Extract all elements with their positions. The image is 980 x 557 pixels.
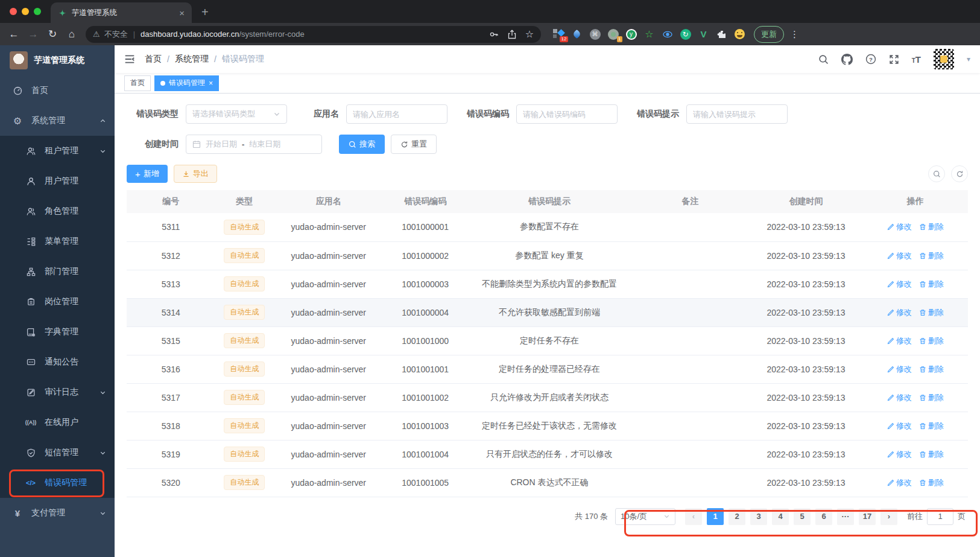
delete-link[interactable]: 删除 xyxy=(919,250,944,261)
export-button[interactable]: 导出 xyxy=(174,165,217,183)
add-button[interactable]: + 新增 xyxy=(127,165,168,183)
delete-link[interactable]: 删除 xyxy=(919,449,944,460)
fullscreen-icon[interactable] xyxy=(889,54,899,65)
next-page-button[interactable]: › xyxy=(880,508,897,525)
vue-devtools-icon[interactable]: V xyxy=(698,28,709,40)
sidebar-item-audit[interactable]: 审计日志 xyxy=(0,377,115,407)
edit-link[interactable]: 修改 xyxy=(887,336,912,346)
blocks-extension-icon[interactable]: 12 xyxy=(553,28,564,40)
delete-link[interactable]: 删除 xyxy=(919,421,944,431)
edit-link[interactable]: 修改 xyxy=(887,221,912,232)
page-button-2[interactable]: 2 xyxy=(729,508,745,525)
sidebar-item-notice[interactable]: 通知公告 xyxy=(0,347,115,377)
edit-link[interactable]: 修改 xyxy=(887,307,912,318)
forward-icon[interactable]: → xyxy=(24,25,42,43)
page-button-4[interactable]: 4 xyxy=(772,508,789,525)
delete-link[interactable]: 删除 xyxy=(919,279,944,290)
refresh-table-button[interactable] xyxy=(951,165,968,182)
update-button[interactable]: 更新 xyxy=(754,26,784,43)
reload-icon[interactable]: ↻ xyxy=(43,25,62,43)
breadcrumb-system[interactable]: 系统管理 xyxy=(175,54,209,65)
profile-extension-icon[interactable]: 1 xyxy=(607,28,619,40)
sidebar-item-dept[interactable]: 部门管理 xyxy=(0,256,115,287)
kite-extension-icon[interactable] xyxy=(571,28,583,40)
home-icon[interactable]: ⌂ xyxy=(63,25,81,43)
browser-menu-icon[interactable]: ⋮ xyxy=(785,29,804,40)
caret-down-icon[interactable]: ▾ xyxy=(967,55,970,63)
page-button-3[interactable]: 3 xyxy=(750,508,767,525)
edit-link[interactable]: 修改 xyxy=(887,364,912,375)
refresh-extension-icon[interactable]: ↻ xyxy=(680,28,691,40)
sidebar-item-post[interactable]: 岗位管理 xyxy=(0,287,115,317)
share-icon[interactable] xyxy=(507,30,517,39)
sidebar-logo-row[interactable]: 芋道管理系统 xyxy=(0,45,115,75)
delete-link[interactable]: 删除 xyxy=(919,221,944,232)
reset-button[interactable]: 重置 xyxy=(391,135,437,154)
delete-link[interactable]: 删除 xyxy=(919,392,944,403)
sidebar-item-home[interactable]: 首页 xyxy=(0,75,115,106)
edit-link[interactable]: 修改 xyxy=(887,477,912,488)
app-name-input[interactable] xyxy=(346,104,447,124)
command-extension-icon[interactable]: ⌘ xyxy=(589,28,601,40)
user-avatar-qr[interactable] xyxy=(934,49,954,69)
edit-link[interactable]: 修改 xyxy=(887,392,912,403)
tab-close-icon[interactable]: × xyxy=(179,8,185,18)
delete-link[interactable]: 删除 xyxy=(919,364,944,375)
sidebar-item-role[interactable]: 角色管理 xyxy=(0,196,115,226)
y-extension-icon[interactable]: y xyxy=(625,28,637,40)
tag-home[interactable]: 首页 xyxy=(124,75,151,91)
emoji-extension-icon[interactable] xyxy=(734,28,745,40)
more-pages-button[interactable]: ··· xyxy=(837,508,854,525)
sidebar-item-label: 首页 xyxy=(31,85,48,96)
show-search-button[interactable] xyxy=(928,165,945,182)
page-size-select[interactable]: 10条/页 xyxy=(615,508,675,525)
sidebar-toggle-icon[interactable] xyxy=(124,54,135,65)
back-icon[interactable]: ← xyxy=(5,25,23,43)
sidebar-item-dict[interactable]: 字典管理 xyxy=(0,317,115,347)
sidebar-item-system[interactable]: ⚙ 系统管理 xyxy=(0,106,115,136)
help-icon[interactable]: ? xyxy=(865,54,876,65)
sidebar-item-menu[interactable]: 菜单管理 xyxy=(0,226,115,256)
tag-errorcode-active[interactable]: 错误码管理 × xyxy=(154,75,219,91)
search-icon[interactable] xyxy=(818,54,829,65)
delete-link[interactable]: 删除 xyxy=(919,336,944,346)
tag-close-icon[interactable]: × xyxy=(209,79,213,88)
page-button-17[interactable]: 17 xyxy=(859,508,876,525)
error-type-select[interactable]: 请选择错误码类型 xyxy=(186,104,287,124)
search-button[interactable]: 搜索 xyxy=(339,135,385,154)
address-bar[interactable]: ⚠ 不安全 | dashboard.yudao.iocoder.cn/syste… xyxy=(86,26,541,43)
edit-link[interactable]: 修改 xyxy=(887,250,912,261)
prev-page-button[interactable]: ‹ xyxy=(685,508,702,525)
window-zoom-button[interactable] xyxy=(34,8,41,15)
star-extension-icon[interactable]: ☆ xyxy=(643,28,655,40)
font-size-icon[interactable]: TT xyxy=(912,54,921,65)
sidebar-item-sms[interactable]: 短信管理 xyxy=(0,438,115,468)
browser-tab[interactable]: 芋道管理系统 × xyxy=(51,2,192,23)
edit-link[interactable]: 修改 xyxy=(887,279,912,290)
page-button-5[interactable]: 5 xyxy=(794,508,811,525)
sidebar-item-user[interactable]: 用户管理 xyxy=(0,166,115,196)
delete-link[interactable]: 删除 xyxy=(919,477,944,488)
page-button-1[interactable]: 1 xyxy=(707,508,724,525)
page-button-6[interactable]: 6 xyxy=(815,508,832,525)
eye-extension-icon[interactable] xyxy=(662,28,673,40)
goto-page-input[interactable] xyxy=(927,508,953,525)
sidebar-item-pay[interactable]: ¥ 支付管理 xyxy=(0,498,115,528)
window-close-button[interactable] xyxy=(10,8,17,15)
date-range-picker[interactable]: 开始日期 - 结束日期 xyxy=(186,135,322,154)
edit-link[interactable]: 修改 xyxy=(887,421,912,431)
new-tab-button[interactable]: + xyxy=(201,5,209,19)
error-code-input[interactable] xyxy=(516,104,618,124)
window-minimize-button[interactable] xyxy=(22,8,29,15)
sidebar-item-online[interactable]: ((A)) 在线用户 xyxy=(0,407,115,438)
delete-link[interactable]: 删除 xyxy=(919,307,944,318)
github-icon[interactable] xyxy=(841,54,853,65)
sidebar-item-errorcode[interactable]: </> 错误码管理 xyxy=(0,468,115,498)
extensions-puzzle-icon[interactable] xyxy=(716,28,727,40)
breadcrumb-home[interactable]: 首页 xyxy=(145,54,162,65)
error-msg-input[interactable] xyxy=(686,104,788,124)
bookmark-star-icon[interactable]: ☆ xyxy=(525,28,534,40)
edit-link[interactable]: 修改 xyxy=(887,449,912,460)
sidebar-item-tenant[interactable]: 租户管理 xyxy=(0,136,115,166)
password-key-icon[interactable] xyxy=(489,30,499,39)
